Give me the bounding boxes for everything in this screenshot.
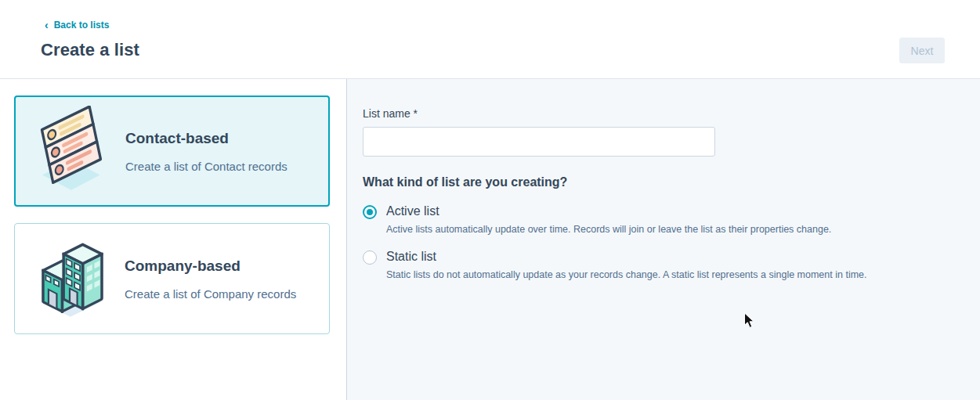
card-icon-wrap [16, 106, 125, 196]
list-details-panel: List name * What kind of list are you cr… [347, 79, 980, 400]
back-link-label: Back to lists [54, 20, 110, 31]
radio-texts: Static list Static lists do not automati… [386, 250, 867, 280]
card-contact-based[interactable]: Contact-based Create a list of Contact r… [14, 95, 330, 207]
card-text: Company-based Create a list of Company r… [125, 258, 329, 301]
list-name-label: List name * [363, 107, 980, 120]
active-list-option[interactable]: Active list Active lists automatically u… [363, 204, 980, 235]
create-list-page: ‹ Back to lists Create a list Next [0, 0, 980, 400]
page-header: ‹ Back to lists Create a list Next [0, 0, 980, 79]
radio-description: Static lists do not automatically update… [386, 269, 867, 280]
page-title: Create a list [41, 40, 139, 60]
list-name-input[interactable] [363, 127, 715, 157]
radio-description: Active lists automatically update over t… [386, 224, 831, 235]
static-list-option[interactable]: Static list Static lists do not automati… [363, 250, 980, 280]
radio-label[interactable]: Static list [386, 250, 867, 264]
card-title: Company-based [125, 258, 323, 275]
card-company-based[interactable]: Company-based Create a list of Company r… [14, 223, 330, 334]
active-list-radio[interactable] [363, 205, 377, 219]
next-button[interactable]: Next [899, 38, 945, 63]
radio-dot [367, 209, 373, 215]
card-description: Create a list of Contact records [125, 160, 322, 173]
static-list-radio[interactable] [363, 250, 377, 265]
back-to-lists-link[interactable]: ‹ Back to lists [45, 20, 109, 31]
back-chevron-icon: ‹ [45, 20, 49, 30]
radio-texts: Active list Active lists automatically u… [386, 204, 831, 235]
list-kind-question: What kind of list are you creating? [363, 175, 980, 189]
radio-label[interactable]: Active list [386, 204, 831, 218]
company-buildings-icon [32, 233, 107, 324]
card-icon-wrap [15, 233, 125, 324]
contact-list-icon [33, 106, 108, 196]
card-title: Contact-based [125, 130, 322, 147]
card-description: Create a list of Company records [125, 287, 323, 301]
card-text: Contact-based Create a list of Contact r… [125, 130, 328, 173]
main-content: Contact-based Create a list of Contact r… [0, 79, 980, 400]
list-type-panel: Contact-based Create a list of Contact r… [0, 79, 347, 400]
